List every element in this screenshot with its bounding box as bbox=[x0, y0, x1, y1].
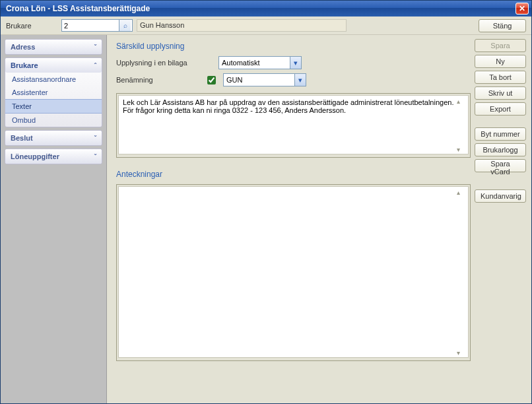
chevron-down-icon: ˇ bbox=[94, 153, 96, 160]
nav-group-adress: Adress ˇ bbox=[5, 39, 102, 55]
app-window: Crona Lön - LSS Assistansberättigade ✕ B… bbox=[0, 0, 532, 404]
benamning-label: Benämning bbox=[116, 76, 199, 84]
chevron-down-icon: ˇ bbox=[94, 135, 96, 142]
row-upplysning: Upplysning i en bilaga Automatiskt ▾ bbox=[116, 56, 471, 69]
section-title-upplysning: Särskild upplysning bbox=[116, 42, 471, 51]
benamning-value: GUN bbox=[224, 76, 294, 84]
nav-head-beslut[interactable]: Beslut ˇ bbox=[5, 131, 102, 145]
nav-group-beslut: Beslut ˇ bbox=[5, 130, 102, 146]
nav-items-brukare: Assistansanordnare Assistenter Texter Om… bbox=[5, 73, 102, 127]
brukare-name-display: Gun Hansson bbox=[137, 19, 347, 32]
row-benamning: Benämning GUN ▾ bbox=[116, 73, 471, 86]
window-title: Crona Lön - LSS Assistansberättigade bbox=[6, 4, 515, 13]
right-button-panel: Spara Ny Ta bort Skriv ut Export Byt num… bbox=[475, 35, 531, 403]
skriv-ut-button[interactable]: Skriv ut bbox=[475, 86, 526, 100]
center-pane: Särskild upplysning Upplysning i en bila… bbox=[107, 35, 475, 403]
top-strip: Brukare ⌕ Gun Hansson Stäng bbox=[1, 17, 531, 35]
left-nav: Adress ˇ Brukare ˆ Assistansanordnare As… bbox=[1, 35, 107, 403]
close-button[interactable]: Stäng bbox=[479, 19, 526, 32]
upplysning-value: Automatiskt bbox=[219, 59, 290, 67]
benamning-checkbox[interactable] bbox=[207, 76, 216, 84]
nav-label: Brukare bbox=[11, 61, 38, 69]
chevron-down-icon: ˇ bbox=[94, 44, 96, 51]
section-title-anteckningar: Anteckningar bbox=[116, 170, 471, 179]
upplysning-combo[interactable]: Automatiskt ▾ bbox=[218, 56, 302, 69]
nav-label: Beslut bbox=[11, 134, 33, 142]
titlebar: Crona Lön - LSS Assistansberättigade ✕ bbox=[1, 1, 531, 17]
benamning-combo[interactable]: GUN ▾ bbox=[223, 73, 306, 86]
body: Adress ˇ Brukare ˆ Assistansanordnare As… bbox=[1, 35, 531, 403]
nav-head-brukare[interactable]: Brukare ˆ bbox=[5, 58, 102, 73]
chevron-down-icon[interactable]: ▾ bbox=[294, 74, 306, 86]
spara-button: Spara bbox=[475, 39, 526, 52]
nav-head-loneuppgifter[interactable]: Löneuppgifter ˇ bbox=[5, 149, 102, 164]
ta-bort-button[interactable]: Ta bort bbox=[475, 71, 526, 84]
nav-head-adress[interactable]: Adress ˇ bbox=[5, 40, 102, 54]
byt-nummer-button[interactable]: Byt nummer bbox=[475, 127, 526, 141]
nav-label: Adress bbox=[11, 43, 35, 51]
chevron-down-icon[interactable]: ▾ bbox=[290, 57, 301, 69]
nav-item-ombud[interactable]: Ombud bbox=[5, 114, 102, 127]
lookup-icon[interactable]: ⌕ bbox=[119, 20, 131, 31]
nav-label: Löneuppgifter bbox=[11, 152, 59, 160]
anteckningar-textarea[interactable] bbox=[118, 186, 469, 358]
nav-item-assistansanordnare[interactable]: Assistansanordnare bbox=[5, 73, 102, 86]
upplysning-textarea[interactable] bbox=[118, 95, 469, 154]
brukare-code-input[interactable] bbox=[62, 20, 119, 31]
upplysning-text-wrap: ▴▾ bbox=[116, 93, 471, 158]
brukarlogg-button[interactable]: Brukarlogg bbox=[475, 143, 526, 156]
brukare-label: Brukare bbox=[6, 22, 57, 30]
kundanvarig-button[interactable]: Kundanvarig bbox=[475, 189, 526, 203]
spara-vcard-button[interactable]: Spara vCard bbox=[475, 159, 526, 172]
export-button[interactable]: Export bbox=[475, 102, 526, 116]
nav-group-brukare: Brukare ˆ Assistansanordnare Assistenter… bbox=[5, 57, 102, 127]
ny-button[interactable]: Ny bbox=[475, 55, 526, 68]
brukare-code-field[interactable]: ⌕ bbox=[61, 19, 133, 32]
anteckningar-wrap: ▴▾ bbox=[116, 184, 471, 361]
close-icon[interactable]: ✕ bbox=[515, 3, 529, 15]
chevron-up-icon: ˆ bbox=[94, 62, 96, 69]
upplysning-label: Upplysning i en bilaga bbox=[116, 59, 199, 67]
nav-item-texter[interactable]: Texter bbox=[5, 99, 102, 114]
nav-group-loneuppgifter: Löneuppgifter ˇ bbox=[5, 149, 102, 164]
nav-item-assistenter[interactable]: Assistenter bbox=[5, 86, 102, 99]
